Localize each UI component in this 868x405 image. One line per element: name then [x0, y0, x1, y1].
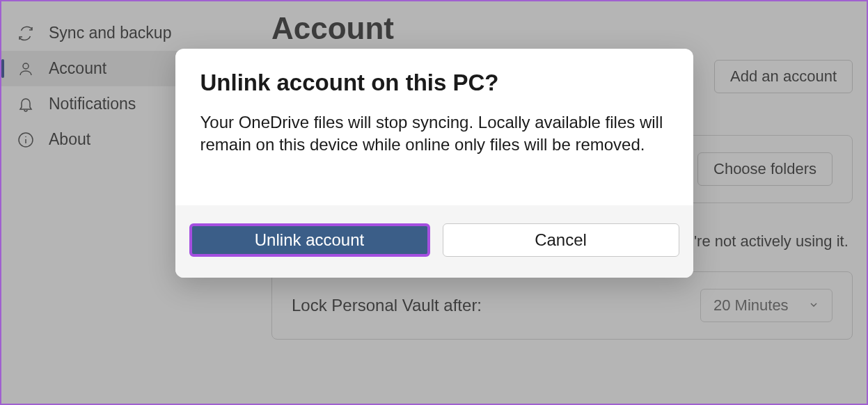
- unlink-dialog: Unlink account on this PC? Your OneDrive…: [175, 49, 693, 278]
- cancel-button[interactable]: Cancel: [443, 223, 679, 257]
- dialog-footer: Unlink account Cancel: [175, 205, 693, 278]
- modal-overlay: Unlink account on this PC? Your OneDrive…: [1, 1, 867, 404]
- dialog-title: Unlink account on this PC?: [200, 70, 668, 96]
- dialog-body: Unlink account on this PC? Your OneDrive…: [175, 49, 693, 205]
- dialog-text: Your OneDrive files will stop syncing. L…: [200, 111, 668, 157]
- unlink-account-button[interactable]: Unlink account: [189, 223, 430, 257]
